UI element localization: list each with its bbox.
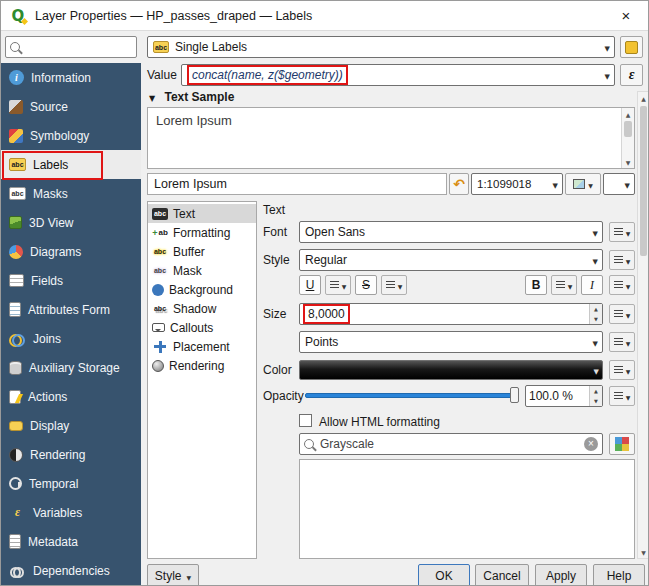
spin-arrows[interactable] [589,386,602,406]
size-unit-combo[interactable]: Points [299,331,603,353]
format-tab-text[interactable]: Text [148,204,256,223]
chevron-down-icon [626,335,631,349]
size-data-defined-button[interactable] [609,304,635,324]
format-tab-shadow[interactable]: Shadow [148,299,256,318]
chevron-down-icon [626,225,631,239]
preview-scale-combo[interactable]: 1:1099018 [471,173,563,195]
main-scrollbar[interactable] [637,91,649,559]
sidebar-item-actions[interactable]: Actions [1,382,141,411]
sidebar-item-rendering[interactable]: Rendering [1,440,141,469]
sidebar-item-labels[interactable]: Labels [1,150,141,179]
sidebar-item-fields[interactable]: Fields [1,266,141,295]
opacity-slider[interactable] [305,385,519,405]
format-tab-mask[interactable]: Mask [148,261,256,280]
reset-preview-button[interactable]: ↶ [449,173,469,195]
style-menu-button[interactable]: Style [147,564,199,586]
scroll-thumb[interactable] [624,121,632,137]
bold-button[interactable]: B [525,275,547,295]
sidebar-item-metadata[interactable]: Metadata [1,527,141,556]
sidebar-item-label: Attributes Form [28,303,110,317]
font-data-defined-button[interactable] [609,222,635,242]
format-tab-buffer[interactable]: Buffer [148,242,256,261]
sidebar-item-dependencies[interactable]: Dependencies [1,556,141,585]
sidebar-item-display[interactable]: Display [1,411,141,440]
sample-scrollbar[interactable] [621,108,634,168]
scroll-down-icon[interactable] [638,546,649,558]
spin-up-icon[interactable] [590,386,602,396]
opacity-data-defined-button[interactable] [609,386,635,406]
color-data-defined-button[interactable] [609,360,635,380]
size-spinbox[interactable]: 8,0000 [299,303,603,325]
allow-html-checkbox[interactable] [299,414,312,427]
label-expression-combo[interactable]: concat(name, z($geometry)) [181,64,615,86]
spin-arrows[interactable] [589,304,602,324]
clear-search-icon[interactable]: × [584,437,598,451]
map-scale-button[interactable] [565,173,601,195]
format-filter-search[interactable]: Grayscale × [299,433,603,455]
sidebar: Information Source Symbology Labels Mask… [1,31,141,585]
format-tab-formatting[interactable]: Formatting [148,223,256,242]
scroll-thumb[interactable] [640,106,647,256]
sidebar-search[interactable] [5,36,137,58]
scale-value: 1:1099018 [477,178,531,190]
sidebar-item-joins[interactable]: Joins [1,324,141,353]
format-tab-placement[interactable]: Placement [148,337,256,356]
sidebar-item-attributes-form[interactable]: Attributes Form [1,295,141,324]
search-icon [10,42,20,52]
expression-builder-button[interactable]: ε [620,64,643,86]
spin-down-icon[interactable] [590,314,602,324]
format-tab-callouts[interactable]: Callouts [148,318,256,337]
bold-data-defined-button[interactable] [551,275,577,295]
sidebar-item-auxiliary-storage[interactable]: Auxiliary Storage [1,353,141,382]
underline-data-defined-button[interactable] [325,275,351,295]
buffer-icon [152,245,168,259]
help-button[interactable]: Help [593,564,645,586]
sidebar-item-temporal[interactable]: Temporal [1,469,141,498]
temporal-icon [9,477,22,490]
opacity-spinbox[interactable]: 100.0 % [525,385,603,407]
ok-button[interactable]: OK [418,564,470,586]
apply-button[interactable]: Apply [535,564,587,586]
style-data-defined-button[interactable] [609,250,635,270]
font-combo[interactable]: Open Sans [299,221,603,243]
spin-down-icon[interactable] [590,396,602,406]
sidebar-item-symbology[interactable]: Symbology [1,121,141,150]
epsilon-icon: ε [629,67,635,83]
sidebar-search-input[interactable] [25,40,132,54]
label-mode-combo[interactable]: Single Labels [147,36,615,58]
display-icon [9,421,23,431]
unit-data-defined-button[interactable] [609,332,635,352]
sidebar-item-variables[interactable]: Variables [1,498,141,527]
strikethrough-button[interactable]: S [355,275,377,295]
sidebar-item-3d-view[interactable]: 3D View [1,208,141,237]
sidebar-item-diagrams[interactable]: Diagrams [1,237,141,266]
spin-up-icon[interactable] [590,304,602,314]
italic-data-defined-button[interactable] [609,275,635,295]
format-tab-rendering[interactable]: Rendering [148,356,256,375]
slider-handle[interactable] [510,387,519,403]
sidebar-item-label: Metadata [28,535,78,549]
automated-placement-button[interactable] [620,36,643,58]
strikethrough-data-defined-button[interactable] [381,275,407,295]
preview-background-combo[interactable] [603,173,635,195]
format-tab-background[interactable]: Background [148,280,256,299]
color-button[interactable] [299,360,603,380]
scroll-up-icon[interactable] [638,92,649,104]
annotation-box-expression: concat(name, z($geometry)) [187,65,348,85]
style-combo[interactable]: Regular [299,249,603,271]
underline-button[interactable]: U [299,275,321,295]
sidebar-item-masks[interactable]: Masks [1,179,141,208]
format-tab-label: Placement [173,340,230,354]
format-presets-list[interactable] [299,459,635,559]
close-icon[interactable]: × [604,1,648,30]
style-manager-button[interactable] [609,433,635,455]
scroll-up-icon[interactable] [622,108,634,120]
variables-icon [9,505,26,521]
sidebar-item-source[interactable]: Source [1,92,141,121]
italic-button[interactable]: I [581,275,603,295]
scroll-down-icon[interactable] [622,156,634,168]
cancel-button[interactable]: Cancel [475,564,529,586]
data-defined-icon [614,338,623,347]
text-sample-header[interactable]: Text Sample [149,90,234,104]
sidebar-item-information[interactable]: Information [1,63,141,92]
